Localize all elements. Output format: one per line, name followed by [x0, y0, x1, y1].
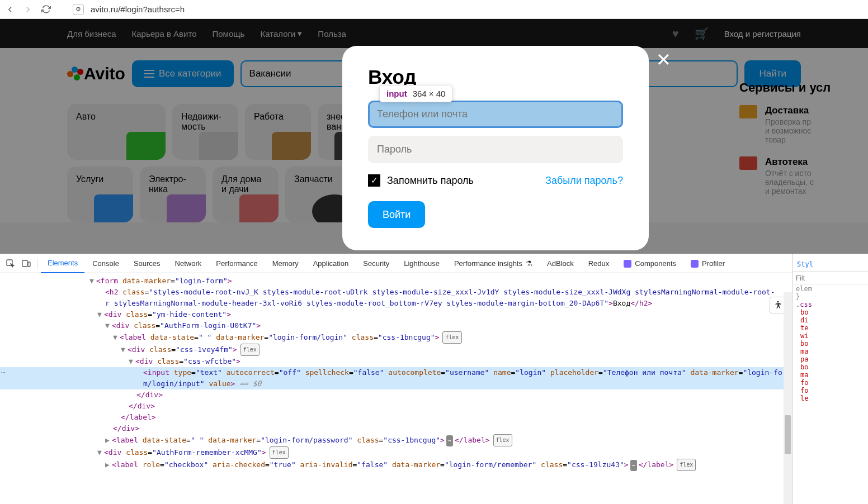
browser-toolbar: ⚙ avito.ru/#login?authsrc=h	[0, 0, 868, 19]
tab-lighthouse[interactable]: Lighthouse	[397, 254, 446, 273]
tab-redux[interactable]: Redux	[582, 254, 616, 273]
svg-rect-2	[28, 262, 30, 267]
site-settings-icon[interactable]: ⚙	[73, 4, 84, 15]
svg-rect-1	[22, 260, 27, 267]
close-icon[interactable]: ✕	[656, 49, 671, 70]
tab-application[interactable]: Application	[306, 254, 356, 273]
device-toolbar-icon[interactable]	[19, 256, 34, 271]
remember-label: Запомнить пароль	[387, 175, 474, 187]
tab-profiler[interactable]: Profiler	[684, 254, 732, 273]
react-icon	[624, 260, 631, 268]
tab-components[interactable]: Components	[617, 254, 683, 273]
element-style-label: elem	[792, 285, 868, 293]
submit-button[interactable]: Войти	[368, 201, 425, 228]
forgot-password-link[interactable]: Забыли пароль?	[545, 175, 623, 187]
inspect-element-icon[interactable]	[3, 256, 18, 271]
tab-adblock[interactable]: AdBlock	[540, 254, 581, 273]
tab-elements[interactable]: Elements	[41, 254, 84, 273]
brace-close: }	[792, 293, 868, 301]
devtools-tabs: Elements Console Sources Network Perform…	[0, 254, 792, 273]
react-icon	[691, 260, 699, 268]
devtools-panel: Elements Console Sources Network Perform…	[0, 254, 868, 504]
tab-performance[interactable]: Performance	[209, 254, 264, 273]
elements-tree[interactable]: ▼<form data-marker="login-form"> <h2 cla…	[0, 273, 792, 504]
address-bar[interactable]: avito.ru/#login?authsrc=h	[91, 4, 185, 14]
svg-point-3	[777, 301, 779, 303]
tab-security[interactable]: Security	[356, 254, 396, 273]
remember-checkbox[interactable]: ✓ Запомнить пароль	[368, 174, 474, 187]
tab-perf-insights[interactable]: Performance insights ⚗	[447, 254, 539, 273]
reload-button[interactable]	[40, 4, 51, 15]
back-button[interactable]	[4, 4, 16, 15]
login-modal: ✕ Вход ✓ Запомнить пароль Забыли пароль?…	[342, 46, 649, 250]
checkbox-checked-icon: ✓	[368, 174, 380, 187]
tab-console[interactable]: Console	[86, 254, 126, 273]
styles-panel: Styl elem } .css boditewibomapabomafofol…	[792, 254, 868, 504]
tab-memory[interactable]: Memory	[266, 254, 305, 273]
scrollbar[interactable]	[784, 292, 792, 504]
password-field[interactable]	[368, 136, 623, 163]
styles-filter[interactable]	[792, 272, 868, 285]
tab-sources[interactable]: Sources	[127, 254, 167, 273]
tab-network[interactable]: Network	[168, 254, 209, 273]
login-field[interactable]	[368, 101, 623, 128]
element-inspector-tooltip: input 364 × 40	[379, 85, 452, 102]
tab-styles[interactable]: Styl	[797, 260, 813, 268]
forward-button[interactable]	[22, 4, 34, 15]
css-selector[interactable]: .css	[796, 301, 812, 308]
flask-icon: ⚗	[526, 259, 532, 268]
